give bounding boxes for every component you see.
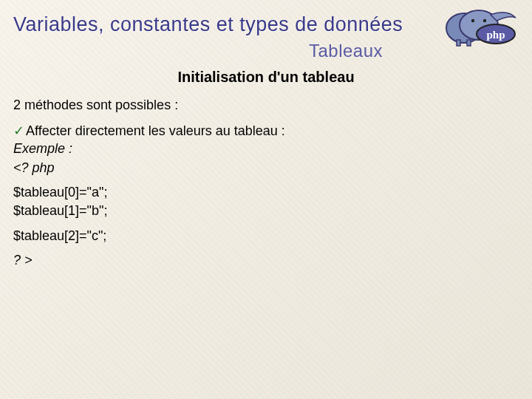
example-label: Exemple : — [13, 140, 519, 157]
bullet-text: Affecter directement les valeurs au tabl… — [26, 123, 285, 138]
svg-rect-7 — [467, 40, 471, 46]
svg-rect-6 — [457, 40, 460, 46]
checkmark-icon: ✓ — [13, 123, 24, 138]
code-line-2: $tableau[1]="b"; — [13, 202, 519, 219]
svg-text:php: php — [486, 29, 505, 41]
code-line-1: $tableau[0]="a"; — [13, 184, 519, 201]
code-line-3: $tableau[2]="c"; — [13, 228, 519, 245]
code-close-tag: ? > — [13, 252, 519, 269]
svg-point-2 — [471, 19, 474, 22]
intro-text: 2 méthodes sont possibles : — [13, 96, 519, 114]
code-open-tag: <? php — [13, 160, 519, 177]
section-heading: Initialisation d'un tableau — [13, 69, 519, 86]
svg-point-3 — [483, 19, 486, 22]
bullet-line: ✓Affecter directement les valeurs au tab… — [13, 123, 519, 139]
php-logo: php — [433, 4, 522, 47]
